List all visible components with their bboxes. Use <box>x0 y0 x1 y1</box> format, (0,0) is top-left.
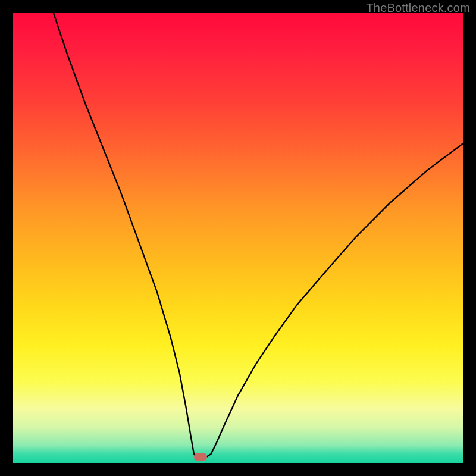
bottleneck-curve <box>13 13 463 463</box>
watermark-text: TheBottleneck.com <box>366 1 470 15</box>
optimal-point-marker <box>194 453 207 461</box>
chart-plot-area <box>13 13 463 463</box>
